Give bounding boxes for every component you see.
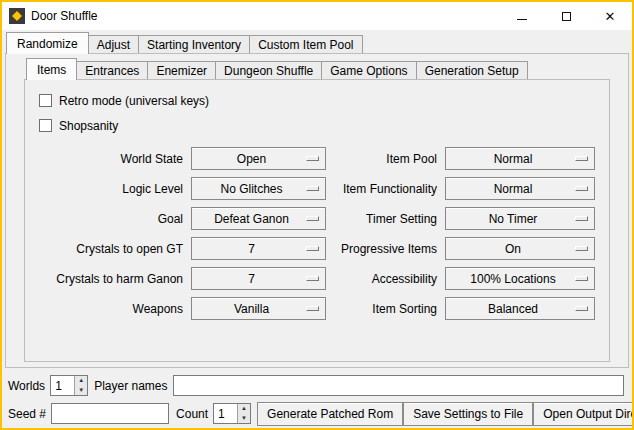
dropdown-indicator-icon — [575, 306, 588, 311]
worlds-value: 1 — [51, 376, 74, 395]
close-button[interactable]: ✕ — [588, 2, 632, 30]
minimize-icon — [517, 19, 527, 20]
close-icon: ✕ — [605, 9, 616, 24]
item-functionality-dropdown[interactable]: Normal — [445, 177, 595, 200]
goal-label: Goal — [35, 212, 183, 226]
save-settings-button[interactable]: Save Settings to File — [403, 402, 533, 426]
sub-tab-bar: Items Entrances Enemizer Dungeon Shuffle… — [6, 56, 628, 79]
caption-buttons: ✕ — [500, 2, 632, 30]
tab-custom-item-pool[interactable]: Custom Item Pool — [249, 35, 362, 53]
door-shuffle-window: Door Shuffle ✕ Randomize Adjust Starting… — [0, 0, 634, 430]
goal-dropdown[interactable]: Defeat Ganon — [191, 207, 326, 230]
worlds-label: Worlds — [8, 379, 45, 393]
accessibility-dropdown[interactable]: 100% Locations — [445, 267, 595, 290]
dropdown-indicator-icon — [306, 276, 319, 281]
crystals-ganon-dropdown[interactable]: 7 — [191, 267, 326, 290]
worlds-spin-arrows: ▲ ▼ — [74, 376, 87, 395]
crystals-gt-dropdown[interactable]: 7 — [191, 237, 326, 260]
item-pool-dropdown[interactable]: Normal — [445, 147, 595, 170]
item-pool-label: Item Pool — [334, 152, 437, 166]
item-functionality-label: Item Functionality — [334, 182, 437, 196]
logic-level-dropdown[interactable]: No Glitches — [191, 177, 326, 200]
retro-mode-checkbox[interactable] — [39, 94, 52, 107]
tab-game-options[interactable]: Game Options — [321, 61, 416, 79]
seed-label: Seed # — [8, 407, 46, 421]
tab-entrances[interactable]: Entrances — [76, 61, 148, 79]
crystals-ganon-label: Crystals to harm Ganon — [35, 272, 183, 286]
count-value: 1 — [214, 404, 237, 423]
tab-adjust[interactable]: Adjust — [88, 35, 139, 53]
progressive-items-dropdown[interactable]: On — [445, 237, 595, 260]
seed-row: Seed # Count 1 ▲ ▼ Generate Patched Rom … — [8, 401, 626, 426]
weapons-label: Weapons — [35, 302, 183, 316]
retro-mode-row: Retro mode (universal keys) — [39, 88, 599, 113]
options-grid: World State Open Item Pool Normal Logic … — [35, 147, 595, 320]
tab-enemizer[interactable]: Enemizer — [147, 61, 216, 79]
logic-level-label: Logic Level — [35, 182, 183, 196]
weapons-dropdown[interactable]: Vanilla — [191, 297, 326, 320]
maximize-button[interactable] — [544, 2, 588, 30]
shopsanity-checkbox[interactable] — [39, 119, 52, 132]
count-label: Count — [176, 407, 208, 421]
world-state-label: World State — [35, 152, 183, 166]
count-spin-arrows: ▲ ▼ — [237, 404, 250, 423]
dropdown-indicator-icon — [306, 156, 319, 161]
app-icon — [9, 8, 25, 24]
tab-generation-setup[interactable]: Generation Setup — [416, 61, 528, 79]
spin-up-icon[interactable]: ▲ — [238, 404, 250, 414]
player-names-label: Player names — [94, 379, 167, 393]
dropdown-indicator-icon — [306, 186, 319, 191]
tab-items[interactable]: Items — [26, 58, 77, 80]
shopsanity-label: Shopsanity — [59, 119, 118, 133]
spin-up-icon[interactable]: ▲ — [75, 376, 87, 386]
item-sorting-label: Item Sorting — [334, 302, 437, 316]
minimize-button[interactable] — [500, 2, 544, 30]
tab-randomize[interactable]: Randomize — [6, 32, 89, 54]
timer-setting-label: Timer Setting — [334, 212, 437, 226]
accessibility-label: Accessibility — [334, 272, 437, 286]
timer-setting-dropdown[interactable]: No Timer — [445, 207, 595, 230]
world-state-dropdown[interactable]: Open — [191, 147, 326, 170]
generate-patched-rom-button[interactable]: Generate Patched Rom — [257, 402, 403, 426]
dropdown-indicator-icon — [306, 216, 319, 221]
player-names-input[interactable] — [173, 375, 625, 396]
tab-dungeon-shuffle[interactable]: Dungeon Shuffle — [215, 61, 322, 79]
main-tab-bar: Randomize Adjust Starting Inventory Cust… — [2, 30, 632, 53]
dropdown-indicator-icon — [575, 276, 588, 281]
worlds-spinbox[interactable]: 1 ▲ ▼ — [50, 375, 88, 396]
maximize-icon — [562, 12, 571, 21]
titlebar: Door Shuffle ✕ — [2, 2, 632, 30]
bottom-bar: Worlds 1 ▲ ▼ Player names Seed # Count 1… — [2, 368, 632, 428]
spin-down-icon[interactable]: ▼ — [238, 414, 250, 424]
window-title: Door Shuffle — [31, 9, 500, 23]
dropdown-indicator-icon — [306, 246, 319, 251]
dropdown-indicator-icon — [575, 216, 588, 221]
tab-starting-inventory[interactable]: Starting Inventory — [138, 35, 250, 53]
dropdown-indicator-icon — [575, 156, 588, 161]
dropdown-indicator-icon — [575, 246, 588, 251]
dropdown-indicator-icon — [306, 306, 319, 311]
open-output-directory-button[interactable]: Open Output Directory — [533, 402, 634, 426]
retro-mode-label: Retro mode (universal keys) — [59, 94, 209, 108]
progressive-items-label: Progressive Items — [334, 242, 437, 256]
shopsanity-row: Shopsanity — [39, 113, 599, 138]
randomize-pane: Items Entrances Enemizer Dungeon Shuffle… — [5, 53, 629, 368]
dropdown-indicator-icon — [575, 186, 588, 191]
items-pane: Retro mode (universal keys) Shopsanity W… — [24, 79, 610, 362]
worlds-row: Worlds 1 ▲ ▼ Player names — [8, 373, 626, 398]
count-spinbox[interactable]: 1 ▲ ▼ — [213, 403, 251, 424]
spin-down-icon[interactable]: ▼ — [75, 386, 87, 396]
crystals-gt-label: Crystals to open GT — [35, 242, 183, 256]
item-sorting-dropdown[interactable]: Balanced — [445, 297, 595, 320]
seed-input[interactable] — [51, 403, 169, 424]
